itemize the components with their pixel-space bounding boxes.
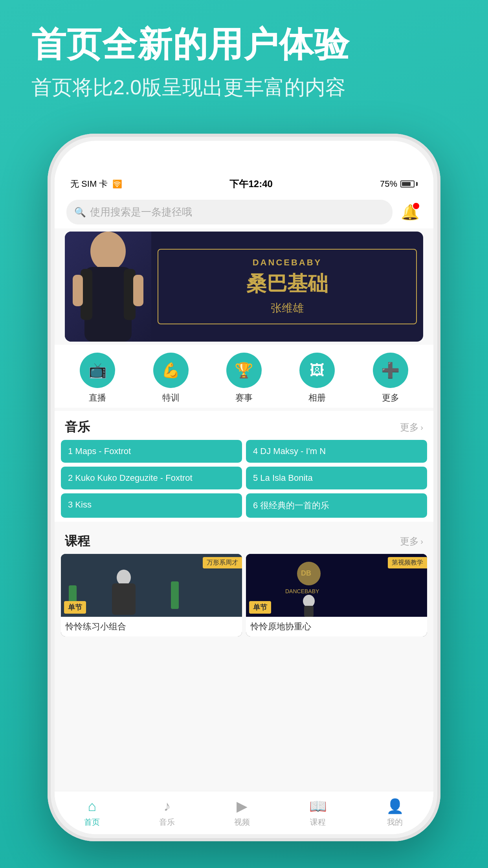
svg-point-15 — [303, 595, 315, 607]
banner-info: DANCEBABY 桑巴基础 张维雄 — [158, 249, 417, 324]
phone-screen: 无 SIM 卡 🛜 下午12:40 75% 🔍 使用搜索是一条捷径哦 — [55, 141, 433, 834]
category-more[interactable]: ➕ 更多 — [373, 353, 408, 404]
app-screen: 无 SIM 卡 🛜 下午12:40 75% 🔍 使用搜索是一条捷径哦 — [55, 172, 433, 834]
courses-section-header: 课程 更多 › — [55, 525, 433, 554]
svg-rect-4 — [73, 275, 83, 306]
banner-author: 张维雄 — [271, 301, 304, 316]
category-live-label: 直播 — [89, 392, 106, 404]
svg-rect-10 — [112, 583, 136, 615]
svg-point-0 — [90, 232, 126, 271]
svg-text:DANCEBABY: DANCEBABY — [285, 588, 319, 594]
category-album-label: 相册 — [308, 392, 326, 404]
music-item-4[interactable]: 4 DJ Maksy - I'm N — [246, 440, 427, 463]
video-icon: ▶ — [237, 798, 248, 815]
course-card-1[interactable]: ▶ 单节 万形系周才 怜怜练习小组合 — [61, 554, 242, 636]
battery-percent: 75% — [380, 179, 397, 189]
search-placeholder: 使用搜索是一条捷径哦 — [90, 205, 192, 219]
notification-bell[interactable]: 🔔 — [398, 200, 422, 224]
course-thumb-1: ▶ 单节 万形系周才 — [61, 554, 242, 617]
banner-title: 桑巴基础 — [246, 270, 328, 298]
course-label-1: 万形系周才 — [203, 557, 242, 568]
category-training[interactable]: 💪 特训 — [153, 353, 189, 404]
category-album[interactable]: 🖼 相册 — [299, 353, 335, 404]
music-item-2[interactable]: 2 Kuko Kuko Dzeguzite - Foxtrot — [61, 467, 242, 489]
hero-title: 首页全新的用户体验 — [31, 24, 457, 65]
category-more-icon: ➕ — [373, 353, 408, 388]
music-icon: ♪ — [163, 798, 171, 815]
hero-banner[interactable]: DANCEBABY 桑巴基础 张维雄 — [65, 232, 423, 342]
course-card-2[interactable]: DB DANCEBABY ▶ 单节 第视频教学 怜怜原地协重心 — [246, 554, 427, 636]
courses-section-title: 课程 — [65, 533, 90, 550]
nav-home-label: 首页 — [84, 817, 100, 828]
nav-video-label: 视频 — [234, 817, 250, 828]
nav-courses[interactable]: 📖 课程 — [309, 798, 327, 828]
phone-device: 无 SIM 卡 🛜 下午12:40 75% 🔍 使用搜索是一条捷径哦 — [48, 134, 440, 841]
search-input-wrap[interactable]: 🔍 使用搜索是一条捷径哦 — [66, 200, 393, 224]
music-item-5[interactable]: 5 La Isla Bonita — [246, 467, 427, 489]
category-competition-label: 赛事 — [235, 392, 253, 404]
carrier-label: 无 SIM 卡 — [70, 178, 108, 190]
profile-icon: 👤 — [386, 798, 404, 815]
status-right: 75% — [380, 179, 418, 189]
nav-music-label: 音乐 — [159, 817, 175, 828]
svg-rect-16 — [304, 606, 314, 617]
course-title-2: 怜怜原地协重心 — [246, 617, 427, 636]
music-more-button[interactable]: 更多 › — [400, 421, 423, 434]
hero-text-area: 首页全新的用户体验 首页将比2.0版呈现出更丰富的内容 — [31, 24, 457, 101]
status-left: 无 SIM 卡 🛜 — [70, 178, 122, 190]
divider-1 — [55, 408, 433, 411]
course-title-1: 怜怜练习小组合 — [61, 617, 242, 636]
hero-subtitle: 首页将比2.0版呈现出更丰富的内容 — [31, 73, 457, 102]
courses-more-button[interactable]: 更多 › — [400, 535, 423, 548]
home-icon: ⌂ — [88, 798, 97, 815]
battery-icon — [400, 180, 418, 188]
status-bar: 无 SIM 卡 🛜 下午12:40 75% — [55, 172, 433, 196]
courses-section: 课程 更多 › — [55, 525, 433, 640]
courses-more-arrow: › — [420, 537, 423, 546]
category-more-label: 更多 — [382, 392, 399, 404]
search-bar-row: 🔍 使用搜索是一条捷径哦 🔔 — [55, 196, 433, 228]
category-album-icon: 🖼 — [299, 353, 335, 388]
music-item-6[interactable]: 6 很经典的一首的乐 — [246, 493, 427, 518]
category-live-icon: 📺 — [80, 353, 115, 388]
category-training-icon: 💪 — [153, 353, 189, 388]
nav-video[interactable]: ▶ 视频 — [234, 798, 250, 828]
music-section-header: 音乐 更多 › — [55, 411, 433, 440]
category-competition-icon: 🏆 — [226, 353, 262, 388]
music-more-arrow: › — [420, 423, 423, 432]
svg-text:DB: DB — [301, 569, 311, 577]
nav-home[interactable]: ⌂ 首页 — [84, 798, 100, 828]
divider-2 — [55, 522, 433, 525]
music-item-1[interactable]: 1 Maps - Foxtrot — [61, 440, 242, 463]
course-label-2: 第视频教学 — [388, 557, 427, 568]
music-section-title: 音乐 — [65, 419, 90, 436]
wifi-icon: 🛜 — [112, 179, 122, 189]
nav-mine-label: 我的 — [387, 817, 403, 828]
category-training-label: 特训 — [162, 392, 180, 404]
banner-brand: DANCEBABY — [253, 257, 322, 268]
svg-point-9 — [117, 570, 131, 585]
course-badge-1: 单节 — [64, 601, 86, 614]
category-live[interactable]: 📺 直播 — [80, 353, 115, 404]
notification-badge — [412, 202, 420, 210]
music-list: 1 Maps - Foxtrot 4 DJ Maksy - I'm N 2 Ku… — [55, 440, 433, 522]
category-row: 📺 直播 💪 特训 🏆 赛事 🖼 相册 ➕ 更多 — [55, 345, 433, 408]
banner-person-image — [65, 232, 151, 342]
music-item-3[interactable]: 3 Kiss — [61, 493, 242, 518]
bottom-navigation: ⌂ 首页 ♪ 音乐 ▶ 视频 📖 课程 👤 我的 — [55, 791, 433, 834]
nav-music[interactable]: ♪ 音乐 — [159, 798, 175, 828]
time-label: 下午12:40 — [229, 178, 272, 190]
courses-grid: ▶ 单节 万形系周才 怜怜练习小组合 DB — [55, 554, 433, 636]
svg-rect-8 — [171, 581, 179, 609]
svg-rect-5 — [133, 275, 143, 306]
search-icon: 🔍 — [74, 207, 86, 218]
course-badge-2: 单节 — [249, 601, 271, 614]
music-section: 音乐 更多 › 1 Maps - Foxtrot 4 DJ Maksy - I'… — [55, 411, 433, 522]
nav-courses-label: 课程 — [310, 817, 326, 828]
category-competition[interactable]: 🏆 赛事 — [226, 353, 262, 404]
nav-mine[interactable]: 👤 我的 — [386, 798, 404, 828]
courses-icon: 📖 — [309, 798, 327, 815]
course-thumb-2: DB DANCEBABY ▶ 单节 第视频教学 — [246, 554, 427, 617]
